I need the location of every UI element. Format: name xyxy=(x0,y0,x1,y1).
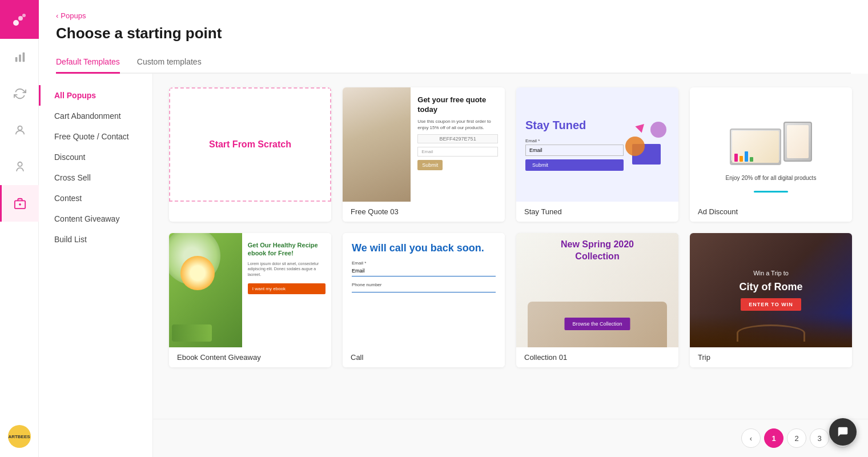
fq03-submit-btn: Submit xyxy=(417,160,443,170)
artbees-badge[interactable]: ARTBEES xyxy=(8,425,31,448)
svg-rect-3 xyxy=(15,57,18,62)
template-card-trip[interactable]: Win a Trip to City of Rome ENTER TO WIN … xyxy=(690,233,852,367)
scratch-text: Start From Scratch xyxy=(209,139,291,150)
sidebar-bottom: ARTBEES xyxy=(8,425,31,448)
ebook-content: Get Our Healthy Recipe ebook for Free! L… xyxy=(242,233,331,347)
call-email-section: Email * Email xyxy=(352,260,496,276)
svg-point-7 xyxy=(18,162,22,166)
trip-inner: Win a Trip to City of Rome ENTER TO WIN xyxy=(690,233,852,347)
fq03-label: Free Quote 03 xyxy=(343,202,505,222)
template-card-scratch[interactable]: Start From Scratch xyxy=(169,87,331,222)
icon-sidebar: ARTBEES xyxy=(0,0,39,457)
fq03-image xyxy=(343,87,411,202)
page-title: Choose a starting point xyxy=(56,25,851,42)
ad-inner: Enjoy 20% off for all digital products xyxy=(690,87,852,202)
ebook-label: Ebook Content Giveaway xyxy=(169,347,331,367)
pagination-page-1[interactable]: 1 xyxy=(764,428,783,448)
sidebar-item-free-quote[interactable]: Free Quote / Contact xyxy=(39,126,152,147)
call-title: We will call you back soon. xyxy=(352,242,496,255)
chat-bubble[interactable] xyxy=(829,418,857,446)
call-preview-area: We will call you back soon. Email * Emai… xyxy=(343,233,505,347)
call-phone-section: Phone number xyxy=(352,282,496,292)
ebook-image xyxy=(169,233,242,347)
svg-point-6 xyxy=(18,126,22,130)
popups-nav-icon[interactable] xyxy=(0,185,39,222)
fq03-sub: Use this coupon in your first order to e… xyxy=(417,118,498,131)
back-link-text: Popups xyxy=(61,11,86,20)
sync-nav-icon[interactable] xyxy=(0,75,39,112)
template-card-stay-tuned[interactable]: Stay Tuned Email * Email Submit xyxy=(516,87,678,222)
tab-default-templates[interactable]: Default Templates xyxy=(56,51,120,74)
template-card-call[interactable]: We will call you back soon. Email * Emai… xyxy=(343,233,505,367)
tab-custom-templates[interactable]: Custom templates xyxy=(137,51,202,74)
scratch-card: Start From Scratch xyxy=(169,87,331,202)
sidebar-item-content-giveaway[interactable]: Content Giveaway xyxy=(39,209,152,229)
templates-area: Start From Scratch Get xyxy=(153,74,868,419)
right-panel: Start From Scratch Get xyxy=(153,74,868,457)
trip-cta-btn: ENTER TO WIN xyxy=(741,298,801,311)
main-area: ‹ Popups Choose a starting point Default… xyxy=(39,0,868,457)
template-card-collection[interactable]: New Spring 2020 Collection Browse the Co… xyxy=(516,233,678,367)
analytics-nav-icon[interactable] xyxy=(0,39,39,75)
call-inner: We will call you back soon. Email * Emai… xyxy=(343,233,505,347)
sidebar-item-build-list[interactable]: Build List xyxy=(39,229,152,250)
fq03-content: Get your free quote today Use this coupo… xyxy=(411,87,505,202)
ad-text: Enjoy 20% off for all digital products xyxy=(726,175,817,181)
template-card-ad-discount[interactable]: Enjoy 20% off for all digital products A… xyxy=(690,87,852,222)
ebook-title: Get Our Healthy Recipe ebook for Free! xyxy=(248,241,326,258)
pagination-page-2[interactable]: 2 xyxy=(787,428,806,448)
collection-preview-area: New Spring 2020 Collection Browse the Co… xyxy=(516,233,678,347)
fq03-email-input: Email xyxy=(417,147,498,157)
st-preview-area: Stay Tuned Email * Email Submit xyxy=(516,87,678,202)
sidebar-item-cart-abandonment[interactable]: Cart Abandonment xyxy=(39,106,152,126)
back-arrow-icon: ‹ xyxy=(56,11,58,20)
templates-grid: Start From Scratch Get xyxy=(169,87,852,367)
tabs-container: Default Templates Custom templates xyxy=(56,51,851,74)
app-logo[interactable] xyxy=(0,0,39,39)
st-inner: Stay Tuned Email * Email Submit xyxy=(516,87,678,202)
ad-line xyxy=(754,191,788,193)
collection-label: Collection 01 xyxy=(516,347,678,367)
st-left: Stay Tuned Email * Email Submit xyxy=(525,119,624,171)
template-card-free-quote-03[interactable]: Get your free quote today Use this coupo… xyxy=(343,87,505,222)
sidebar-item-discount[interactable]: Discount xyxy=(39,147,152,167)
ebook-preview-area: Get Our Healthy Recipe ebook for Free! L… xyxy=(169,233,331,347)
call-email-label: Email * xyxy=(352,260,496,266)
collection-btn: Browse the Collection xyxy=(564,318,630,330)
trip-subtitle: Win a Trip to xyxy=(753,270,789,276)
svg-point-0 xyxy=(13,20,19,26)
fq03-preview-area: Get your free quote today Use this coupo… xyxy=(343,87,505,202)
audience-nav-icon[interactable] xyxy=(0,112,39,149)
trip-label: Trip xyxy=(690,347,852,367)
ad-label: Ad Discount xyxy=(690,202,852,222)
pagination-page-3[interactable]: 3 xyxy=(810,428,829,448)
stairs-graphic xyxy=(343,87,411,202)
sidebar-item-cross-sell[interactable]: Cross Sell xyxy=(39,167,152,188)
st-title: Stay Tuned xyxy=(525,119,624,131)
call-label: Call xyxy=(343,347,505,367)
back-link[interactable]: ‹ Popups xyxy=(56,11,851,20)
call-phone-input xyxy=(352,287,496,292)
st-right xyxy=(624,122,669,167)
trip-preview-area: Win a Trip to City of Rome ENTER TO WIN xyxy=(690,233,852,347)
sidebar-item-contest[interactable]: Contest xyxy=(39,188,152,209)
ad-preview-area: Enjoy 20% off for all digital products xyxy=(690,87,852,202)
svg-rect-4 xyxy=(19,54,21,62)
user-nav-icon[interactable] xyxy=(0,149,39,185)
category-sidebar: All Popups Cart Abandonment Free Quote /… xyxy=(39,74,153,457)
call-email-input: Email xyxy=(352,266,496,276)
template-card-ebook[interactable]: Get Our Healthy Recipe ebook for Free! L… xyxy=(169,233,331,367)
pagination-prev-btn[interactable]: ‹ xyxy=(741,428,761,448)
call-phone-label: Phone number xyxy=(352,282,496,287)
sidebar-item-all-popups[interactable]: All Popups xyxy=(39,85,152,106)
ebook-desc: Lorem ipsum dolor sit amet, consectetur … xyxy=(248,261,326,278)
trip-main-title: City of Rome xyxy=(739,281,802,294)
collection-title: New Spring 2020 Collection xyxy=(557,239,638,263)
svg-point-2 xyxy=(22,14,26,17)
ebook-inner: Get Our Healthy Recipe ebook for Free! L… xyxy=(169,233,331,347)
fq03-title: Get your free quote today xyxy=(417,95,498,115)
fq03-code: BEFF4297E751 xyxy=(417,134,498,143)
st-email-label: Email * xyxy=(525,138,624,143)
st-label: Stay Tuned xyxy=(516,202,678,222)
fq03-inner: Get your free quote today Use this coupo… xyxy=(343,87,505,202)
